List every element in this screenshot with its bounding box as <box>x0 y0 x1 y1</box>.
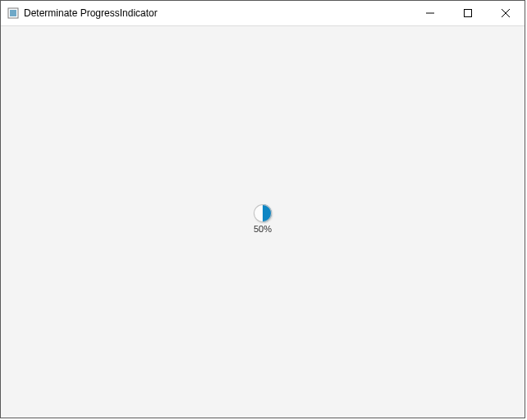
svg-rect-3 <box>465 10 472 17</box>
title-left: Determinate ProgressIndicator <box>7 7 158 19</box>
window-title: Determinate ProgressIndicator <box>24 7 158 19</box>
close-button[interactable] <box>487 1 525 25</box>
titlebar: Determinate ProgressIndicator <box>1 1 525 26</box>
minimize-button[interactable] <box>411 1 449 25</box>
app-icon <box>7 7 19 19</box>
content-area: 50% <box>1 26 525 418</box>
progress-label: 50% <box>254 224 272 234</box>
progress-indicator: 50% <box>254 204 272 234</box>
svg-rect-1 <box>10 10 16 16</box>
window-controls <box>411 1 525 25</box>
maximize-button[interactable] <box>449 1 487 25</box>
application-window: Determinate ProgressIndicator 50% <box>0 0 525 418</box>
progress-pie <box>254 204 272 222</box>
